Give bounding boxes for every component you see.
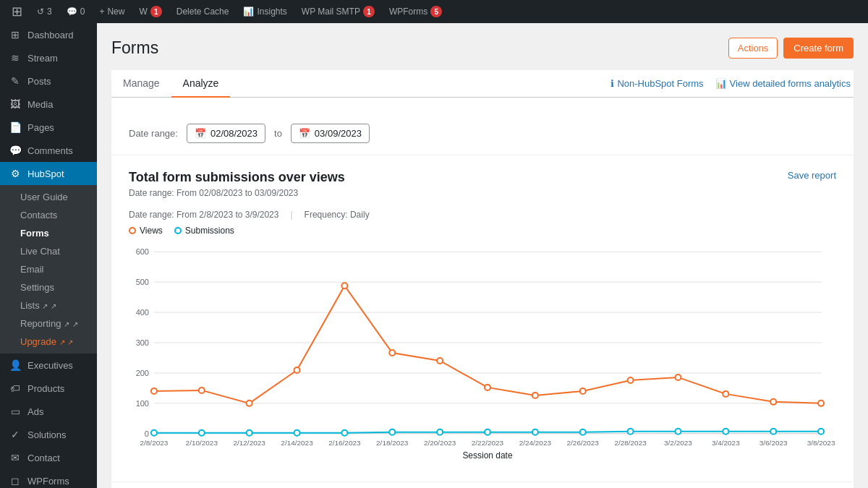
svg-point-32 xyxy=(294,430,300,436)
dashboard-icon: ⊞ xyxy=(9,29,22,40)
sidebar-sub-live-chat[interactable]: Live Chat xyxy=(0,242,97,260)
hubspot-submenu: User Guide Contacts Forms Live Chat Emai… xyxy=(0,185,97,354)
wp-icon: W xyxy=(139,7,147,17)
sidebar-item-media[interactable]: 🖼 Media xyxy=(0,93,97,116)
svg-text:3/6/2023: 3/6/2023 xyxy=(760,439,788,447)
svg-text:2/28/2023: 2/28/2023 xyxy=(614,439,647,447)
comments-item[interactable]: 💬 0 xyxy=(61,0,91,23)
date-range-label: Date range: xyxy=(129,128,178,139)
sidebar-item-executives[interactable]: 👤 Executives xyxy=(0,354,97,377)
calendar-to-icon: 📅 xyxy=(299,128,310,139)
sidebar-label-solutions: Solutions xyxy=(27,429,66,440)
media-icon: 🖼 xyxy=(9,98,22,110)
sidebar-item-wpforms[interactable]: ◻ WPForms xyxy=(0,469,97,488)
sidebar-sub-settings[interactable]: Settings xyxy=(0,278,97,296)
insights-item[interactable]: 📊 Insights xyxy=(237,0,292,23)
detailed-analytics-link[interactable]: 📊 View detailed forms analytics xyxy=(715,78,851,89)
svg-point-21 xyxy=(485,385,490,390)
delete-cache-item[interactable]: Delete Cache xyxy=(171,0,235,23)
wpforms-icon: ◻ xyxy=(9,475,22,487)
sidebar-item-products[interactable]: 🏷 Products xyxy=(0,377,97,400)
updates-item[interactable]: ↺ 3 xyxy=(31,0,58,23)
y-axis: 600 500 400 300 200 100 0 xyxy=(136,247,822,437)
legend-submissions-label: Submissions xyxy=(185,226,234,236)
create-form-button[interactable]: Create form xyxy=(783,38,854,59)
svg-text:2/16/2023: 2/16/2023 xyxy=(328,439,361,447)
sidebar-label-comments: Comments xyxy=(27,145,73,156)
svg-point-33 xyxy=(341,430,347,436)
wpforms-admin-label: WPForms xyxy=(389,7,427,17)
svg-text:2/12/2023: 2/12/2023 xyxy=(233,439,265,447)
sidebar-item-hubspot[interactable]: ⚙ HubSpot xyxy=(0,162,97,185)
chart-subtitle: Date range: From 02/08/2023 to 03/09/202… xyxy=(129,188,345,198)
date-to-value: 03/09/2023 xyxy=(315,128,362,139)
tab-actions: ℹ Non-HubSpot Forms 📊 View detailed form… xyxy=(610,70,854,97)
wp-badge-item[interactable]: W 1 xyxy=(133,0,167,23)
sidebar-sub-user-guide[interactable]: User Guide xyxy=(0,188,97,206)
svg-point-31 xyxy=(247,430,252,436)
wp-badge: 1 xyxy=(150,6,162,17)
sidebar-item-stream[interactable]: ≋ Stream xyxy=(0,46,97,69)
svg-point-22 xyxy=(532,393,538,398)
sidebar-label-executives: Executives xyxy=(27,360,73,371)
sidebar-item-ads[interactable]: ▭ Ads xyxy=(0,400,97,423)
svg-text:2/10/2023: 2/10/2023 xyxy=(186,439,218,447)
svg-point-16 xyxy=(247,401,252,406)
x-axis-title: Session date xyxy=(462,450,513,461)
wp-mail-label: WP Mail SMTP xyxy=(302,7,360,17)
wpforms-admin-item[interactable]: WPForms 5 xyxy=(383,0,448,23)
svg-text:2/22/2023: 2/22/2023 xyxy=(472,439,504,447)
sidebar-label-products: Products xyxy=(27,383,64,394)
date-from-input[interactable]: 📅 02/08/2023 xyxy=(187,124,265,143)
svg-point-42 xyxy=(770,429,776,435)
insights-icon: 📊 xyxy=(243,7,254,17)
svg-text:300: 300 xyxy=(136,338,149,347)
save-report-link[interactable]: Save report xyxy=(788,170,836,181)
sidebar-item-dashboard[interactable]: ⊞ Dashboard xyxy=(0,23,97,46)
non-hubspot-forms-link[interactable]: ℹ Non-HubSpot Forms xyxy=(610,78,703,89)
sidebar-label-ads: Ads xyxy=(27,406,43,417)
sidebar-sub-lists[interactable]: Lists ↗ xyxy=(0,296,97,314)
sidebar-sub-email[interactable]: Email xyxy=(0,260,97,278)
date-to-input[interactable]: 📅 03/09/2023 xyxy=(291,124,370,143)
sidebar-item-posts[interactable]: ✎ Posts xyxy=(0,69,97,93)
sidebar-item-comments[interactable]: 💬 Comments xyxy=(0,139,97,162)
sidebar-sub-forms[interactable]: Forms xyxy=(0,224,97,242)
tab-analyze[interactable]: Analyze xyxy=(171,70,231,98)
wp-mail-item[interactable]: WP Mail SMTP 1 xyxy=(296,0,380,23)
svg-point-15 xyxy=(199,388,205,393)
svg-text:2/26/2023: 2/26/2023 xyxy=(567,439,600,447)
svg-point-37 xyxy=(532,429,538,435)
sidebar-sub-upgrade[interactable]: Upgrade ↗ xyxy=(0,333,97,351)
svg-point-40 xyxy=(675,429,681,435)
chart-meta-frequency: Frequency: Daily xyxy=(305,210,370,220)
sidebar-label-media: Media xyxy=(27,99,53,110)
wp-logo-item[interactable]: ⊞ xyxy=(6,0,28,23)
sidebar-item-solutions[interactable]: ✓ Solutions xyxy=(0,423,97,446)
date-range-bar: Date range: 📅 02/08/2023 to 📅 03/09/2023 xyxy=(111,112,854,155)
external-icon-2: ↗ xyxy=(64,320,69,328)
actions-button[interactable]: Actions xyxy=(728,38,778,59)
sidebar-label-pages: Pages xyxy=(27,122,54,133)
svg-point-18 xyxy=(341,283,347,288)
tab-manage[interactable]: Manage xyxy=(111,70,171,98)
x-axis: 2/8/2023 2/10/2023 2/12/2023 2/14/2023 2… xyxy=(140,439,835,447)
comments-icon: 💬 xyxy=(67,7,77,17)
new-item[interactable]: + New xyxy=(93,0,130,23)
legend-views: Views xyxy=(129,226,163,236)
chart-icon: 📊 xyxy=(715,78,727,89)
sidebar-sub-contacts[interactable]: Contacts xyxy=(0,206,97,224)
comments-count: 0 xyxy=(80,7,85,17)
svg-text:3/8/2023: 3/8/2023 xyxy=(807,439,835,447)
calendar-from-icon: 📅 xyxy=(195,128,206,139)
delete-cache-label: Delete Cache xyxy=(176,7,229,17)
content-panel: Date range: 📅 02/08/2023 to 📅 03/09/2023… xyxy=(111,98,854,488)
svg-point-27 xyxy=(770,399,776,405)
main-layout: ⊞ Dashboard ≋ Stream ✎ Posts 🖼 Media 📄 P… xyxy=(0,23,868,488)
svg-text:3/4/2023: 3/4/2023 xyxy=(712,439,740,447)
svg-text:3/2/2023: 3/2/2023 xyxy=(664,439,692,447)
sidebar-item-pages[interactable]: 📄 Pages xyxy=(0,116,97,139)
sidebar-sub-reporting[interactable]: Reporting ↗ xyxy=(0,314,97,333)
sidebar-item-contact[interactable]: ✉ Contact xyxy=(0,446,97,469)
svg-point-34 xyxy=(389,429,395,435)
